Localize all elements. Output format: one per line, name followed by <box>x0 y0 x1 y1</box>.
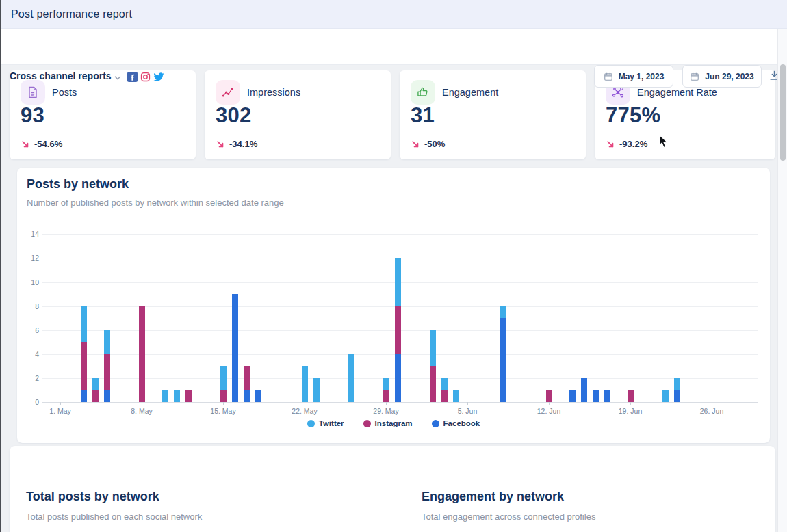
kpi-label: Posts <box>52 87 77 98</box>
bar-segment-twitter[interactable] <box>162 390 168 402</box>
bar-segment-twitter[interactable] <box>174 390 180 402</box>
x-axis-tick <box>60 402 61 405</box>
twitter-icon <box>153 72 164 82</box>
bar-segment-twitter[interactable] <box>500 306 506 319</box>
y-axis-tick-label: 2 <box>17 374 39 382</box>
scatter-icon <box>216 80 240 105</box>
report-toolbar: Cross channel reports May 1, 2023 Jun 29… <box>0 29 787 65</box>
y-axis-tick-label: 4 <box>17 350 39 358</box>
trend-down-icon <box>21 139 30 149</box>
scrollbar-thumb[interactable] <box>780 64 786 161</box>
bar-segment-facebook[interactable] <box>104 390 110 402</box>
kpi-label: Impressions <box>247 87 300 98</box>
facebook-icon <box>127 72 138 82</box>
total-posts-subtitle: Total posts published on each social net… <box>26 511 202 522</box>
legend-item-instagram[interactable]: Instagram <box>363 419 413 427</box>
kpi-delta-value: -54.6% <box>34 139 62 149</box>
kpi-value: 302 <box>216 103 252 128</box>
bar-segment-twitter[interactable] <box>104 330 110 354</box>
y-axis-tick-label: 14 <box>17 230 39 238</box>
bar-segment-facebook[interactable] <box>395 354 401 402</box>
bar-segment-facebook[interactable] <box>500 318 506 402</box>
chevron-down-icon[interactable] <box>114 74 122 82</box>
bottom-reports-panel: Total posts by network Total posts publi… <box>10 446 775 532</box>
date-from-picker[interactable]: May 1, 2023 <box>594 65 673 88</box>
bar-segment-twitter[interactable] <box>302 366 308 402</box>
x-axis-tick <box>467 402 468 405</box>
kpi-delta: -93.2% <box>606 139 647 149</box>
bar-segment-instagram[interactable] <box>383 390 389 402</box>
kpi-delta-value: -50% <box>424 139 445 149</box>
kpi-card-engagement: Engagement 31 -50% <box>400 70 586 159</box>
bar-segment-facebook[interactable] <box>81 390 87 402</box>
bar-segment-instagram[interactable] <box>220 390 227 402</box>
bar-segment-facebook[interactable] <box>604 390 610 402</box>
x-axis-tick-label: 12. Jun <box>537 407 560 415</box>
chart-legend: TwitterInstagramFacebook <box>17 419 770 427</box>
bar-segment-twitter[interactable] <box>662 390 669 402</box>
legend-item-facebook[interactable]: Facebook <box>432 419 480 427</box>
document-icon <box>21 80 45 105</box>
bar-segment-facebook[interactable] <box>244 390 250 402</box>
legend-label: Twitter <box>319 419 344 427</box>
report-selector[interactable]: Cross channel reports <box>10 70 112 81</box>
x-axis-tick-label: 22. May <box>292 407 317 415</box>
date-to-picker[interactable]: Jun 29, 2023 <box>682 65 762 88</box>
x-axis-tick-label: 8. May <box>131 407 153 415</box>
bar-segment-twitter[interactable] <box>313 378 320 402</box>
gridline <box>42 402 758 403</box>
bar-segment-facebook[interactable] <box>674 390 680 402</box>
bar-segment-instagram[interactable] <box>628 390 634 402</box>
date-to-value: Jun 29, 2023 <box>705 72 753 81</box>
bar-segment-twitter[interactable] <box>220 366 227 390</box>
bar-segment-facebook[interactable] <box>232 294 238 402</box>
kpi-value: 775% <box>606 103 661 128</box>
gridline <box>42 234 758 235</box>
bar-segment-instagram[interactable] <box>139 306 145 402</box>
calendar-icon <box>604 72 613 81</box>
bar-segment-instagram[interactable] <box>104 354 110 390</box>
bar-segment-twitter[interactable] <box>81 306 87 343</box>
bar-segment-twitter[interactable] <box>92 378 99 390</box>
bar-segment-instagram[interactable] <box>430 366 436 402</box>
y-axis-tick-label: 10 <box>17 278 39 287</box>
x-axis-tick-label: 15. May <box>210 407 235 415</box>
bar-segment-instagram[interactable] <box>546 390 552 402</box>
trend-down-icon <box>411 139 420 149</box>
bar-segment-twitter[interactable] <box>441 378 448 390</box>
bar-segment-twitter[interactable] <box>674 378 680 390</box>
bar-segment-twitter[interactable] <box>395 258 401 306</box>
kpi-delta-value: -93.2% <box>619 139 647 149</box>
bar-segment-instagram[interactable] <box>395 306 401 354</box>
bar-segment-instagram[interactable] <box>244 366 250 390</box>
y-axis-tick-label: 8 <box>17 302 39 310</box>
x-axis-tick <box>712 402 712 405</box>
kpi-value: 31 <box>411 103 435 128</box>
bar-segment-twitter[interactable] <box>383 378 389 390</box>
bar-segment-facebook[interactable] <box>581 378 587 402</box>
bar-segment-instagram[interactable] <box>92 390 99 402</box>
kpi-delta: -50% <box>411 139 445 149</box>
legend-label: Facebook <box>443 419 480 427</box>
bar-segment-instagram[interactable] <box>81 342 87 390</box>
total-posts-title: Total posts by network <box>26 490 159 504</box>
instagram-icon <box>140 72 151 82</box>
bar-segment-facebook[interactable] <box>569 390 576 402</box>
y-axis-tick-label: 0 <box>17 398 39 406</box>
calendar-icon <box>690 72 699 81</box>
y-axis-tick-label: 6 <box>17 326 39 334</box>
bar-segment-twitter[interactable] <box>453 390 459 402</box>
scrollbar-track[interactable] <box>777 29 787 532</box>
bar-segment-facebook[interactable] <box>255 390 261 402</box>
bar-segment-twitter[interactable] <box>348 354 354 402</box>
bar-segment-instagram[interactable] <box>185 390 192 402</box>
trend-down-icon <box>216 139 225 149</box>
x-axis-tick <box>549 402 550 405</box>
bar-segment-facebook[interactable] <box>593 390 599 402</box>
thumbs-up-icon <box>411 80 435 105</box>
bar-segment-instagram[interactable] <box>441 390 448 402</box>
legend-item-twitter[interactable]: Twitter <box>307 419 344 427</box>
legend-dot <box>307 420 315 427</box>
bar-segment-twitter[interactable] <box>430 330 436 367</box>
x-axis-tick <box>305 402 305 405</box>
